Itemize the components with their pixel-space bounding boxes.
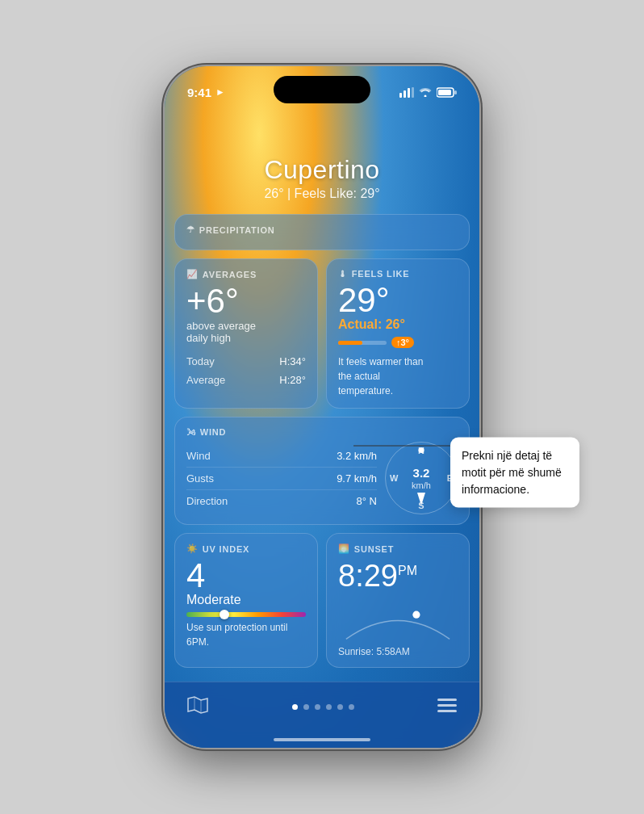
precip-icon: ☂ <box>186 224 195 235</box>
avg-row-today: Today H:34° <box>186 352 306 371</box>
svg-rect-1 <box>404 90 406 98</box>
svg-rect-3 <box>412 87 414 98</box>
averages-label: 📈 AVERAGES <box>186 269 306 279</box>
city-name: Cupertino <box>165 155 479 185</box>
svg-rect-10 <box>437 699 457 701</box>
avg-row-average: Average H:28° <box>186 371 306 389</box>
status-icons <box>399 87 457 98</box>
location-icon: ► <box>215 86 225 98</box>
svg-rect-5 <box>438 90 451 95</box>
feels-bar: ↑3° <box>338 337 458 348</box>
sunset-card[interactable]: 🌅 SUNSET 8:29PM Sunrise: <box>326 533 470 668</box>
wifi-icon <box>419 87 432 97</box>
svg-point-7 <box>412 611 420 619</box>
dot-5 <box>337 704 343 710</box>
averages-card[interactable]: 📈 AVERAGES +6° above averagedaily high T… <box>174 258 318 409</box>
dynamic-island <box>274 76 370 103</box>
feels-actual: Actual: 26° <box>338 317 458 332</box>
wind-left: Wind 3.2 km/h Gusts 9.7 km/h Direction 8… <box>186 445 377 512</box>
tooltip-box: Prekni një detaj të motit për më shumë i… <box>450 437 579 507</box>
precip-label: ☂ PRECIPITATION <box>186 224 458 235</box>
dot-4 <box>326 704 332 710</box>
uv-level: Moderate <box>186 593 306 607</box>
feels-label: 🌡 FEELS LIKE <box>338 269 458 279</box>
dot-2 <box>303 704 309 710</box>
hero-temp: 26° | Feels Like: 29° <box>165 187 479 201</box>
status-time: 9:41 ► <box>187 86 225 99</box>
tooltip-text: Prekni një detaj të motit për më shumë i… <box>462 447 568 497</box>
sunset-label: 🌅 SUNSET <box>338 543 458 554</box>
averages-row: 📈 AVERAGES +6° above averagedaily high T… <box>174 258 470 409</box>
wind-icon: 🌬 <box>186 427 196 437</box>
sunrise-label: Sunrise: 5:58AM <box>338 646 458 657</box>
time-display: 9:41 <box>187 86 211 99</box>
uv-desc: Use sun protection until 6PM. <box>186 620 306 649</box>
uv-dot <box>220 610 229 619</box>
sun-arc-svg <box>338 598 458 643</box>
uv-value: 4 <box>186 559 306 593</box>
svg-rect-12 <box>437 710 457 712</box>
feels-like-card[interactable]: 🌡 FEELS LIKE 29° Actual: 26° ↑3° It feel… <box>326 258 470 409</box>
feels-big-value: 29° <box>338 283 458 317</box>
avg-rows: Today H:34° Average H:28° <box>186 352 306 390</box>
dot-3 <box>315 704 320 710</box>
phone-frame: 9:41 ► <box>165 66 479 748</box>
wind-row-gusts: Gusts 9.7 km/h <box>186 468 377 490</box>
uv-card[interactable]: ☀️ UV INDEX 4 Moderate Use sun protectio… <box>174 533 318 668</box>
tooltip-line <box>353 445 450 446</box>
dot-6 <box>349 704 354 710</box>
svg-rect-2 <box>408 88 410 98</box>
sunset-time: 8:29PM <box>338 559 458 594</box>
map-svg <box>187 696 208 714</box>
feels-bar-track <box>338 341 387 345</box>
svg-rect-11 <box>437 704 457 707</box>
page-dots <box>292 704 354 710</box>
uv-label: ☀️ UV INDEX <box>186 543 306 554</box>
thermometer-icon: 🌡 <box>338 269 348 279</box>
map-tab-icon[interactable] <box>187 696 208 719</box>
signal-icon <box>399 87 414 98</box>
sun-arc <box>338 598 458 643</box>
feels-badge: ↑3° <box>391 337 414 348</box>
uv-bar <box>186 612 306 617</box>
uv-sunset-row: ☀️ UV INDEX 4 Moderate Use sun protectio… <box>174 533 470 668</box>
avg-sub-text: above averagedaily high <box>186 320 306 344</box>
svg-rect-6 <box>454 90 457 94</box>
wind-row-direction: Direction 8° N <box>186 490 377 512</box>
hero-section: Cupertino 26° | Feels Like: 29° <box>165 107 479 214</box>
sunset-icon: 🌅 <box>338 543 350 554</box>
svg-rect-0 <box>399 93 402 98</box>
chart-icon: 📈 <box>186 269 199 279</box>
wind-label: 🌬 WIND <box>186 427 458 437</box>
avg-big-value: +6° <box>186 284 306 318</box>
feels-bar-fill <box>338 341 362 345</box>
precipitation-card[interactable]: ☂ PRECIPITATION <box>174 214 470 250</box>
uv-icon: ☀️ <box>186 543 199 554</box>
home-indicator <box>274 738 370 741</box>
wind-row-wind: Wind 3.2 km/h <box>186 445 377 468</box>
tooltip-wrapper: Prekni një detaj të motit për më shumë i… <box>353 437 579 507</box>
list-tab-icon[interactable] <box>437 697 457 718</box>
dot-1 <box>292 704 298 710</box>
feels-desc: It feels warmer thanthe actualtemperatur… <box>338 355 458 398</box>
battery-icon <box>437 87 457 98</box>
list-svg <box>437 697 457 713</box>
